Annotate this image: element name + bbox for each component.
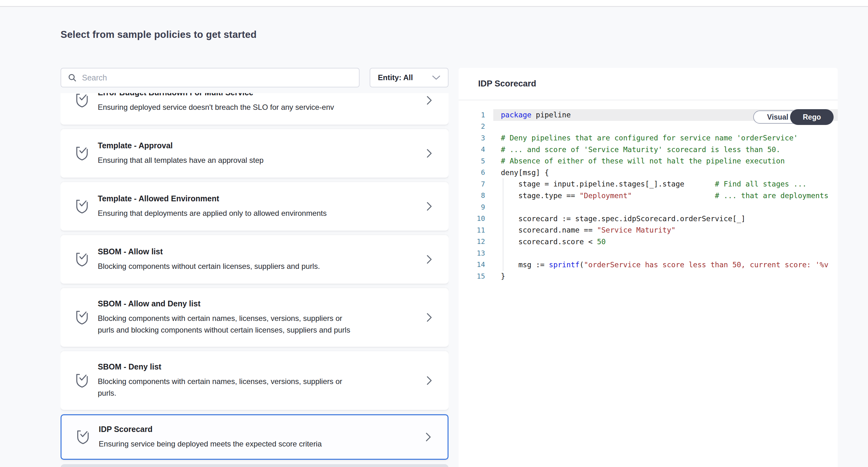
line-number: 4 bbox=[459, 145, 493, 153]
line-content: # Deny pipelines that are configured for… bbox=[493, 132, 838, 144]
policy-card[interactable]: SBOM - Allow and Deny list Blocking comp… bbox=[61, 288, 448, 347]
line-number: 14 bbox=[459, 261, 493, 268]
toggle-option-rego[interactable]: Rego bbox=[790, 109, 834, 125]
line-content: scorecard := stage.spec.idpScorecard.ord… bbox=[493, 213, 838, 225]
line-number: 8 bbox=[459, 192, 493, 199]
code-line: 6 deny[msg] { bbox=[459, 167, 838, 179]
toggle-rego-label: Rego bbox=[803, 113, 821, 121]
line-content: } bbox=[493, 270, 838, 282]
rego-code-editor: 1 package pipeline 2 3 # Deny pipelines … bbox=[459, 101, 838, 467]
line-content bbox=[493, 247, 838, 259]
top-bar bbox=[0, 0, 868, 7]
line-number: 12 bbox=[459, 238, 493, 245]
search-icon bbox=[67, 73, 77, 82]
line-number: 2 bbox=[459, 122, 493, 130]
policy-description: Ensuring that deployments are applied on… bbox=[98, 207, 419, 219]
policy-card[interactable]: SBOM - Deny list Blocking components wit… bbox=[61, 351, 448, 410]
policy-detail-panel: IDP Scorecard 1 package pipeline 2 3 # D… bbox=[459, 68, 838, 467]
policy-title: IDP Scorecard bbox=[99, 425, 418, 434]
policy-list-inner: Error Budget Burndown For Multi Service … bbox=[61, 93, 448, 467]
code-line: 14 msg := sprintf("orderService has scor… bbox=[459, 259, 838, 271]
line-number: 1 bbox=[459, 111, 493, 119]
shield-check-icon bbox=[75, 373, 89, 388]
policy-card-text: SBOM - Allow and Deny list Blocking comp… bbox=[98, 299, 419, 336]
chevron-right-icon bbox=[427, 376, 432, 386]
code-lines: 1 package pipeline 2 3 # Deny pipelines … bbox=[459, 109, 838, 282]
policy-card[interactable]: SBOM - Allow list Blocking components wi… bbox=[61, 235, 448, 284]
line-content: # ... and score of 'Service Maturity' sc… bbox=[493, 144, 838, 155]
line-content: stage = input.pipeline.stages[_].stage #… bbox=[493, 178, 838, 190]
shield-check-icon bbox=[75, 93, 89, 108]
line-content: msg := sprintf("orderService has score l… bbox=[493, 259, 838, 271]
policy-card-text: Template - Allowed Environment Ensuring … bbox=[98, 194, 419, 219]
policy-description: Blocking components with certain names, … bbox=[98, 376, 419, 399]
entity-filter-label: Entity: All bbox=[378, 73, 413, 82]
chevron-right-icon bbox=[427, 254, 432, 264]
code-line: 4 # ... and score of 'Service Maturity' … bbox=[459, 144, 838, 155]
detail-panel-title: IDP Scorecard bbox=[478, 79, 536, 89]
policy-card-text: Error Budget Burndown For Multi Service … bbox=[98, 93, 419, 113]
policy-card-text: SBOM - Deny list Blocking components wit… bbox=[98, 362, 419, 399]
policy-title: Error Budget Burndown For Multi Service bbox=[98, 93, 419, 97]
line-number: 13 bbox=[459, 249, 493, 257]
detail-panel-header: IDP Scorecard bbox=[459, 68, 838, 100]
policy-card-text: SBOM - Allow list Blocking components wi… bbox=[98, 247, 419, 272]
code-line: 9 bbox=[459, 201, 838, 213]
shield-check-icon bbox=[75, 252, 89, 267]
policy-card[interactable]: Template - Allowed Environment Ensuring … bbox=[61, 182, 448, 231]
line-number: 11 bbox=[459, 226, 493, 234]
chevron-right-icon bbox=[427, 201, 432, 211]
shield-check-icon bbox=[76, 429, 90, 445]
code-line: 7 stage = input.pipeline.stages[_].stage… bbox=[459, 178, 838, 190]
line-number: 9 bbox=[459, 203, 493, 211]
policy-card-text: Template - Approval Ensuring that all te… bbox=[98, 141, 419, 166]
shield-check-icon bbox=[75, 145, 89, 161]
line-number: 7 bbox=[459, 180, 493, 188]
code-line: 11 scorecard.name == "Service Maturity" bbox=[459, 224, 838, 236]
line-content: stage.type == "Deployment" # ... that ar… bbox=[493, 190, 838, 202]
policy-title: Template - Allowed Environment bbox=[98, 194, 419, 203]
search-input[interactable] bbox=[82, 73, 352, 82]
policy-card-text: IDP Scorecard Ensuring service being dep… bbox=[99, 425, 418, 450]
shield-check-icon bbox=[75, 310, 89, 325]
chevron-right-icon bbox=[427, 95, 432, 106]
policy-list: Error Budget Burndown For Multi Service … bbox=[61, 93, 448, 467]
indent-guide bbox=[503, 178, 503, 271]
code-line: 3 # Deny pipelines that are configured f… bbox=[459, 132, 838, 144]
line-number: 3 bbox=[459, 134, 493, 142]
policy-title: Template - Approval bbox=[98, 141, 419, 150]
entity-filter-dropdown[interactable]: Entity: All bbox=[370, 68, 448, 87]
line-content: scorecard.name == "Service Maturity" bbox=[493, 224, 838, 236]
code-line: 5 # Absence of either of these will not … bbox=[459, 155, 838, 167]
chevron-down-icon bbox=[432, 75, 440, 80]
chevron-right-icon bbox=[427, 312, 432, 322]
policy-title: SBOM - Allow and Deny list bbox=[98, 299, 419, 308]
code-line: 8 stage.type == "Deployment" # ... that … bbox=[459, 190, 838, 202]
shield-check-icon bbox=[75, 199, 89, 214]
search-box[interactable] bbox=[61, 68, 360, 87]
policy-description: Ensuring deployed service doesn't breach… bbox=[98, 101, 419, 113]
policy-title: SBOM - Allow list bbox=[98, 247, 419, 256]
line-content: # Absence of either of these will not ha… bbox=[493, 155, 838, 167]
chevron-right-icon bbox=[427, 148, 432, 158]
policy-card[interactable]: IDP Scorecard Ensuring service being dep… bbox=[61, 414, 448, 460]
line-content bbox=[493, 201, 838, 213]
line-number: 6 bbox=[459, 169, 493, 176]
line-number: 10 bbox=[459, 214, 493, 223]
code-line: 15 } bbox=[459, 270, 838, 282]
next-card-peek bbox=[61, 464, 448, 467]
policy-description: Ensuring that all templates have an appr… bbox=[98, 154, 419, 166]
line-number: 15 bbox=[459, 272, 493, 280]
policy-card[interactable]: Error Budget Burndown For Multi Service … bbox=[61, 93, 448, 125]
code-line: 12 scorecard.score < 50 bbox=[459, 236, 838, 248]
view-mode-toggle: Visual Rego bbox=[753, 111, 833, 124]
line-content: scorecard.score < 50 bbox=[493, 236, 838, 248]
line-content: deny[msg] { bbox=[493, 167, 838, 179]
policy-description: Ensuring service being deployed meets th… bbox=[99, 438, 418, 450]
policy-card[interactable]: Template - Approval Ensuring that all te… bbox=[61, 129, 448, 178]
toggle-visual-label: Visual bbox=[767, 113, 788, 121]
page-title: Select from sample policies to get start… bbox=[61, 29, 257, 40]
code-line: 10 scorecard := stage.spec.idpScorecard.… bbox=[459, 213, 838, 225]
chevron-right-icon bbox=[426, 432, 431, 442]
code-line: 13 bbox=[459, 247, 838, 259]
